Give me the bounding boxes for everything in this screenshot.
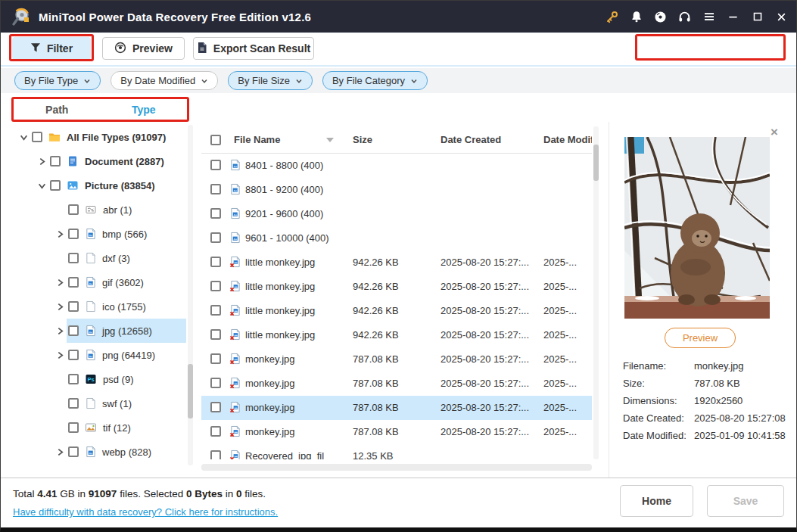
chevron-right-icon[interactable] — [53, 448, 67, 456]
tree-item-dxf[interactable]: dxf (3) — [12, 246, 186, 270]
tree-item-webp[interactable]: webp (828) — [12, 440, 186, 464]
table-row[interactable]: Recovered_jpg_fil12.35 KB — [201, 444, 592, 459]
export-scan-result-button[interactable]: Export Scan Result — [193, 37, 314, 60]
filter-chip-by-file-size[interactable]: By File Size — [228, 71, 313, 90]
tab-path[interactable]: Path — [14, 99, 101, 120]
tree-scrollbar-thumb[interactable] — [188, 364, 193, 418]
checkbox[interactable] — [50, 156, 61, 166]
disc-icon[interactable] — [653, 10, 668, 24]
tree-item-label: dxf (3) — [102, 253, 130, 264]
preview-toolbar-button[interactable]: Preview — [102, 37, 185, 60]
checkbox[interactable] — [210, 378, 221, 388]
checkbox[interactable] — [68, 446, 79, 457]
imgdeleted-icon — [229, 450, 241, 459]
checkbox[interactable] — [32, 132, 42, 142]
tree-item-gif[interactable]: gif (3602) — [12, 270, 186, 294]
chevron-right-icon[interactable] — [53, 351, 67, 359]
headphones-icon[interactable] — [677, 10, 692, 24]
table-row[interactable]: little monkey.jpg942.26 KB2025-08-20 15:… — [201, 250, 592, 275]
tree-item-picture[interactable]: Picture (83854) — [12, 173, 186, 198]
tree-item-png[interactable]: png (64419) — [12, 343, 186, 367]
table-row[interactable]: monkey.jpg787.08 KB2025-08-20 15:27:...2… — [201, 396, 592, 420]
table-row[interactable]: little monkey.jpg942.26 KB2025-08-20 15:… — [201, 323, 592, 347]
close-icon[interactable]: × — [771, 125, 778, 140]
tab-type[interactable]: Type — [101, 99, 188, 120]
minimize-icon[interactable] — [726, 10, 740, 24]
checkbox[interactable] — [210, 184, 221, 194]
checkbox[interactable] — [68, 204, 79, 215]
select-all-checkbox[interactable] — [210, 135, 221, 145]
filter-chip-by-date-modified[interactable]: By Date Modified — [111, 71, 218, 90]
tree-item-jpg[interactable]: jpg (12658) — [12, 319, 186, 343]
file-table: File Name Size Date Created Date Modifie… — [201, 126, 592, 459]
save-button[interactable]: Save — [707, 485, 784, 517]
checkbox[interactable] — [68, 325, 79, 336]
filter-chip-by-file-category[interactable]: By File Category — [322, 71, 428, 90]
table-row[interactable]: 9201 - 9600 (400) — [201, 202, 592, 226]
chevron-right-icon[interactable] — [53, 230, 67, 238]
table-row[interactable]: little monkey.jpg942.26 KB2025-08-20 15:… — [201, 275, 592, 299]
close-icon[interactable] — [774, 10, 789, 24]
filter-button[interactable]: Filter — [12, 37, 91, 60]
psd-icon: Ps — [85, 373, 97, 385]
checkbox[interactable] — [68, 277, 79, 288]
bell-icon[interactable] — [629, 10, 643, 24]
chevron-right-icon[interactable] — [53, 278, 67, 287]
tree-item-psd[interactable]: Pspsd (9) — [12, 367, 186, 391]
preview-action-button[interactable]: Preview — [665, 328, 736, 348]
checkbox[interactable] — [210, 232, 221, 243]
checkbox[interactable] — [68, 350, 79, 360]
checkbox[interactable] — [210, 329, 221, 340]
table-row[interactable]: 8401 - 8800 (400) — [201, 154, 592, 178]
table-row[interactable]: monkey.jpg787.08 KB2025-08-20 15:27:...2… — [201, 347, 592, 372]
checkbox[interactable] — [68, 301, 79, 312]
checkbox[interactable] — [210, 353, 221, 364]
file-table-body: 8401 - 8800 (400)8801 - 9200 (400)9201 -… — [201, 154, 592, 459]
table-row[interactable]: 9601 - 10000 (400) — [201, 226, 592, 250]
chevron-down-icon[interactable] — [35, 182, 48, 190]
maximize-icon[interactable] — [750, 10, 764, 24]
menu-icon[interactable] — [702, 10, 716, 24]
table-row[interactable]: monkey.jpg787.08 KB2025-08-20 15:27:...2… — [201, 372, 592, 396]
checkbox[interactable] — [68, 253, 79, 263]
tree-item-bmp[interactable]: bmp (566) — [12, 222, 186, 246]
checkbox[interactable] — [210, 281, 221, 291]
checkbox[interactable] — [210, 257, 221, 267]
checkbox[interactable] — [210, 402, 221, 412]
checkbox[interactable] — [68, 398, 79, 409]
sort-arrow-icon[interactable] — [326, 138, 334, 142]
column-header-file-name[interactable]: File Name — [234, 134, 280, 145]
checkbox[interactable] — [210, 305, 221, 316]
tree-item-tif[interactable]: tif (12) — [12, 415, 186, 440]
chevron-right-icon[interactable] — [35, 157, 48, 166]
checkbox[interactable] — [68, 229, 79, 239]
home-button[interactable]: Home — [620, 485, 693, 517]
checkbox[interactable] — [210, 160, 221, 170]
key-icon[interactable] — [605, 10, 619, 24]
checkbox[interactable] — [210, 450, 221, 459]
app-window: MiniTool Power Data Recovery Free Editio… — [0, 0, 797, 532]
filter-chip-by-file-type[interactable]: By File Type — [14, 71, 101, 90]
tree-item-swf[interactable]: swf (1) — [12, 391, 186, 415]
tree-item-all-file-types[interactable]: All File Types (91097) — [12, 125, 186, 149]
checkbox[interactable] — [210, 426, 221, 437]
chevron-right-icon[interactable] — [53, 303, 67, 311]
table-row[interactable]: monkey.jpg787.08 KB2025-08-20 15:27:...2… — [201, 420, 592, 444]
table-row[interactable]: 8801 - 9200 (400) — [201, 178, 592, 202]
checkbox[interactable] — [210, 208, 221, 219]
column-header-date-modified[interactable]: Date Modified — [543, 134, 592, 145]
table-scrollbar-thumb[interactable] — [593, 145, 599, 181]
chevron-down-icon[interactable] — [17, 133, 30, 142]
table-row[interactable]: little monkey.jpg942.26 KB2025-08-20 15:… — [201, 299, 592, 323]
checkbox[interactable] — [50, 180, 61, 191]
help-link[interactable]: Have difficulty with data recovery? Clic… — [13, 506, 278, 518]
tree-item-document[interactable]: Document (2887) — [12, 149, 186, 173]
column-header-date-created[interactable]: Date Created — [441, 134, 501, 145]
tree-item-abr[interactable]: abr (1) — [12, 198, 186, 222]
table-horizontal-scrollbar[interactable] — [201, 464, 592, 471]
tree-item-ico[interactable]: ico (1755) — [12, 294, 186, 319]
chevron-right-icon[interactable] — [53, 327, 67, 335]
checkbox[interactable] — [68, 422, 79, 433]
checkbox[interactable] — [68, 374, 79, 384]
column-header-size[interactable]: Size — [353, 134, 372, 145]
